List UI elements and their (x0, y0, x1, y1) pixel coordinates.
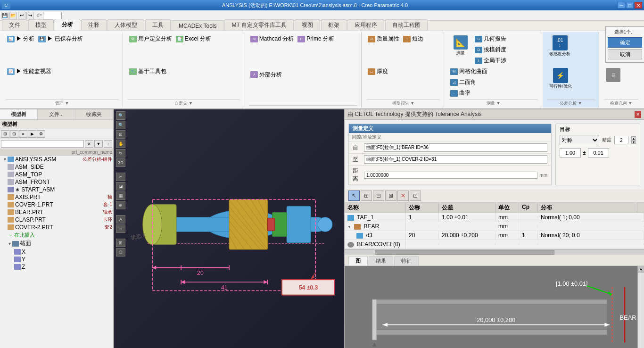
tree-btn-2[interactable]: ⊟ (10, 130, 18, 138)
target-type-select[interactable]: 对称 (560, 135, 599, 145)
tree-btn-3[interactable]: ≡ (19, 130, 27, 138)
tab-results[interactable]: 结果 (369, 256, 393, 265)
tree-content[interactable]: ▼ ANSLYSIS.ASM 公差分析-组件 ASM_SIDE ASM_TOP (0, 156, 113, 348)
tab-model-tree[interactable]: 模型树 (0, 109, 38, 119)
tol-hscroll[interactable] (345, 249, 644, 255)
btn-curvature[interactable]: ~ 曲率 (449, 88, 489, 98)
btn-draft[interactable]: D 拔模斜度 (473, 45, 508, 55)
btn-feasibility[interactable]: ⚡ 可行性/优化 (547, 66, 574, 91)
tab-model[interactable]: 模型 (28, 19, 54, 31)
diagram-canvas[interactable]: [1.00 ±0.01] 20,000 ±0, (345, 266, 644, 348)
atb-delete[interactable]: ✕ (397, 191, 409, 201)
tab-analysis[interactable]: 分析 (55, 19, 80, 31)
tree-item-asm-side[interactable]: ASM_SIDE (0, 163, 113, 171)
tab-diagram[interactable]: 图 (348, 256, 368, 265)
btn-check-icon[interactable]: ≡ (604, 66, 623, 84)
table-row-d3[interactable]: d3 20 20.000 ±0.200 mm 1 Normal( 20; 0.0 (345, 231, 644, 240)
tab-favorites[interactable]: 收藏夹 (75, 109, 113, 119)
tree-item-x[interactable]: X (0, 248, 113, 256)
tree-item-sections[interactable]: ▼ 截面 (0, 239, 113, 248)
tab-apps[interactable]: 应用程序 (347, 19, 384, 31)
tree-item-insert-here[interactable]: → 在此插入 (0, 231, 113, 239)
tree-item-y[interactable]: Y (0, 256, 113, 263)
tab-tools[interactable]: 工具 (145, 19, 171, 31)
atb-add-gap[interactable]: ⊞ (361, 191, 372, 201)
quick-input[interactable] (43, 12, 62, 19)
precision-up[interactable]: ▲ ▼ (631, 136, 636, 144)
btn-mathcad[interactable]: M Mathcad 分析 (249, 34, 295, 44)
quick-undo[interactable]: ↩ (18, 12, 25, 19)
btn-prime[interactable]: P Prime 分析 (296, 34, 336, 44)
tab-features[interactable]: 特征 (394, 256, 419, 265)
center-view[interactable]: 🔍 🔍 ⊡ ✋ ↻ 3D ✂ ◪ ▦ ⊕ A ↔ ⊞ ⬡ (114, 109, 344, 348)
precision-input[interactable] (614, 136, 628, 144)
search-close[interactable]: ✕ (85, 140, 93, 148)
tree-item-anslysis[interactable]: ▼ ANSLYSIS.ASM 公差分析-组件 (0, 156, 113, 163)
btn-external[interactable]: ↗ 外部分析 (249, 70, 283, 80)
atb-constraint[interactable]: ⊠ (385, 191, 396, 201)
meas-dist-value[interactable]: 1.0000000 (364, 172, 537, 179)
tree-btn-5[interactable]: ⚙ (37, 130, 45, 138)
diagram-vscroll[interactable]: ▲ ▼ (637, 266, 644, 348)
btn-geo-report[interactable]: G 几何报告 (473, 34, 508, 44)
btn-user-analysis[interactable]: ⚙ 用户定义分析 (128, 34, 173, 44)
tree-item-asm-front[interactable]: ASM_FRONT (0, 178, 113, 186)
tab-human[interactable]: 人体模型 (107, 19, 144, 31)
diagram-vscroll-track[interactable] (638, 273, 644, 348)
tab-annotation[interactable]: 注释 (81, 19, 107, 31)
btn-dihedral[interactable]: ◿ 二面角 (449, 77, 489, 87)
btn-short-edge[interactable]: ─ 短边 (402, 34, 425, 44)
atb-copy[interactable]: ⊡ (410, 191, 421, 201)
btn-sensitivity[interactable]: .01↕ 敏感度分析 (547, 34, 573, 58)
btn-saved-analysis[interactable]: 💾 ▶ 已保存分析 (37, 34, 84, 44)
btn-interference[interactable]: I 全局干涉 (473, 56, 508, 66)
btn-mass[interactable]: ⚖ 质量属性 (366, 34, 401, 44)
btn-analysis[interactable]: 📊 ▶ 分析 (6, 34, 36, 44)
tab-mcadex[interactable]: MCADEx Tools (172, 21, 223, 31)
tree-item-clasp[interactable]: CLASP.PRT 卡环 (0, 216, 113, 224)
btn-perf-monitor[interactable]: 📈 ▶ 性能监视器 (6, 66, 53, 76)
quick-open[interactable]: 📂 (9, 12, 17, 19)
tree-item-axis[interactable]: AXIS.PRT 轴 (0, 193, 113, 201)
filter-btn[interactable]: ▼ (94, 140, 103, 148)
tab-frame[interactable]: 框架 (321, 19, 347, 31)
search-btn[interactable]: → (104, 140, 112, 148)
target-tol-input[interactable] (588, 148, 609, 157)
btn-toolkit[interactable]: 🔧 基于工具包 (128, 66, 168, 76)
tree-item-asm-top[interactable]: ASM_TOP (0, 171, 113, 178)
tol-close-btn[interactable]: ✕ (635, 111, 641, 118)
tab-view[interactable]: 视图 (295, 19, 320, 31)
btn-excel-analysis[interactable]: 📑 Excel 分析 (174, 34, 213, 44)
atb-cursor[interactable]: ↖ (348, 191, 360, 201)
btn-thickness[interactable]: ▭ 厚度 (366, 66, 389, 76)
close-btn[interactable]: ✕ (635, 2, 642, 8)
tree-item-bear[interactable]: BEAR.PRT 轴承 (0, 208, 113, 216)
btn-mesh-surf[interactable]: M 网格化曲面 (449, 66, 489, 76)
tol-hscroll-thumb[interactable] (375, 250, 554, 255)
meas-from-value[interactable]: 曲面:F5(拉伸_1):BEAR ID=36 (364, 143, 547, 152)
tree-item-z[interactable]: Z (0, 263, 113, 271)
model-viewport[interactable]: 🔍 🔍 ⊡ ✋ ↻ 3D ✂ ◪ ▦ ⊕ A ↔ ⊞ ⬡ (114, 109, 344, 348)
btn-measure-big[interactable]: 📐 测量 (449, 34, 472, 58)
diagram-vscroll-up[interactable]: ▲ (638, 266, 644, 273)
tab-mt[interactable]: MT 自定义零件库工具 (224, 19, 293, 31)
tree-item-cover2[interactable]: COVER-2.PRT 套2 (0, 224, 113, 231)
cancel-btn[interactable]: 取消 (608, 49, 642, 59)
table-row-tae1[interactable]: TAE_1 1 1.00 ±0.01 mm Normal( 1; 0.00 (345, 213, 644, 222)
table-row-bear-covef[interactable]: BEAR/COVEf (0) (345, 240, 644, 249)
tab-files[interactable]: 文件... (38, 109, 75, 119)
table-row-bear[interactable]: ▼ BEAR mm (345, 222, 644, 231)
quick-save[interactable]: 💾 (1, 12, 8, 19)
tree-item-cover1[interactable]: COVER-1.PRT 套-1 (0, 201, 113, 208)
tree-btn-4[interactable]: ▶ (28, 130, 36, 138)
target-value-input[interactable] (560, 148, 581, 157)
meas-to-value[interactable]: 曲面:F5(拉伸_1):COVER-2 ID=31 (364, 155, 547, 164)
table-body[interactable]: TAE_1 1 1.00 ±0.01 mm Normal( 1; 0.00 ▼ … (345, 213, 644, 249)
maximize-btn[interactable]: □ (626, 2, 634, 8)
tab-auto[interactable]: 自动工程图 (385, 19, 428, 31)
quick-redo[interactable]: ↪ (26, 12, 34, 19)
confirm-btn[interactable]: 确定 (608, 37, 642, 48)
tab-file[interactable]: 文件 (2, 19, 27, 31)
atb-add-dim[interactable]: ⊟ (373, 191, 384, 201)
tree-btn-1[interactable]: ⊞ (1, 130, 9, 138)
